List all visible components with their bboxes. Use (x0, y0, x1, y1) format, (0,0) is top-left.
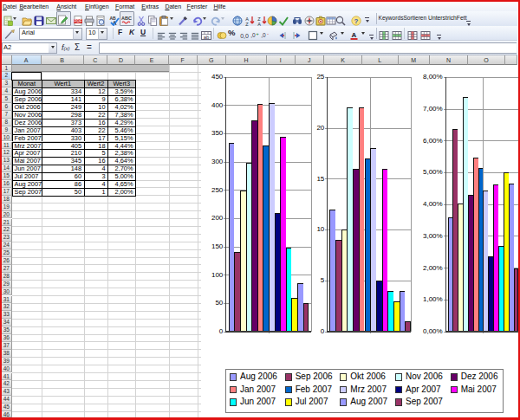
svg-text:,0: ,0 (261, 32, 266, 38)
svg-text:Z: Z (245, 21, 249, 26)
svg-text:A: A (352, 30, 357, 38)
svg-text:ABC: ABC (121, 16, 132, 21)
svg-text:,0: ,0 (250, 32, 256, 38)
svg-text:0,0: 0,0 (240, 32, 249, 38)
svg-text:AB: AB (109, 16, 116, 21)
svg-text:A: A (257, 21, 261, 26)
svg-text:-: - (267, 31, 269, 36)
svg-text:PDF: PDF (75, 19, 82, 23)
svg-text:?: ? (354, 16, 358, 24)
svg-text:ab: ab (204, 34, 210, 39)
svg-text:+: + (256, 31, 259, 36)
